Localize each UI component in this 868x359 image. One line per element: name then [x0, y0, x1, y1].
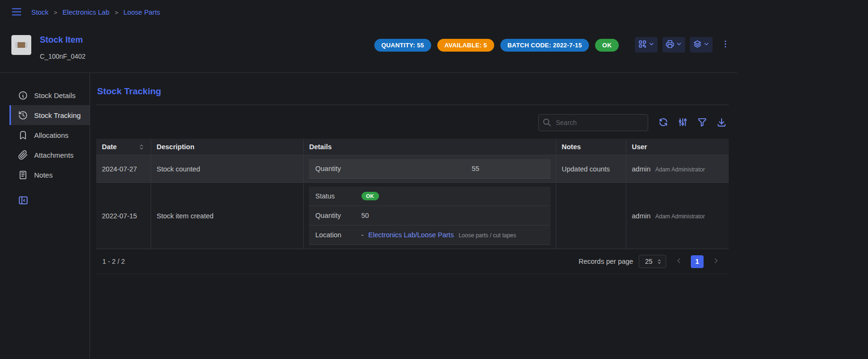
sidebar-item-stock-tracking[interactable]: Stock Tracking — [9, 105, 90, 125]
username: admin — [632, 165, 651, 173]
refresh-button[interactable] — [657, 116, 669, 130]
username: admin — [632, 212, 651, 220]
column-header-date[interactable]: Date — [96, 139, 151, 155]
page-title: Stock Item — [40, 35, 86, 45]
breadcrumb-link-stock[interactable]: Stock — [31, 9, 48, 16]
adjustments-icon — [678, 117, 688, 129]
breadcrumb: Stock > Electronics Lab > Loose Parts — [31, 9, 160, 16]
stock-tracking-table: Date Description Details Notes User — [96, 139, 729, 249]
chevron-down-icon — [703, 41, 710, 49]
chevron-down-icon — [648, 41, 655, 49]
header-actions — [635, 37, 732, 53]
date-cell: 2024-07-27 — [96, 155, 151, 183]
bookmark-icon — [18, 130, 28, 140]
records-per-page-select[interactable]: 25 — [639, 255, 666, 268]
breadcrumb-separator: > — [54, 9, 57, 16]
sidebar: Stock Details Stock Tracking Allocations… — [0, 73, 90, 359]
menu-button[interactable] — [9, 5, 24, 20]
status-ok-badge: OK — [595, 39, 619, 52]
print-actions-button[interactable] — [662, 37, 685, 53]
records-per-page-label: Records per page — [579, 258, 633, 265]
select-chevrons-icon — [656, 259, 662, 265]
detail-value: 55 — [472, 165, 544, 172]
section-heading: Stock Tracking — [97, 86, 729, 97]
description-cell: Stock counted — [151, 155, 303, 183]
page-1-button[interactable]: 1 — [691, 255, 704, 268]
detail-value: 50 — [362, 212, 544, 219]
menu-icon — [10, 6, 23, 19]
sort-icon — [138, 144, 145, 151]
location-prefix: - — [362, 231, 364, 239]
table-row: 2024-07-27 Stock counted Quantity 55 Upd… — [96, 155, 729, 183]
notes-cell: Updated counts — [556, 155, 626, 183]
main-panel: Stock Tracking — [90, 73, 737, 359]
sidebar-collapse-button[interactable] — [18, 195, 28, 207]
search-input[interactable] — [538, 114, 648, 131]
status-ok-badge: OK — [362, 192, 379, 200]
breadcrumb-link-electronics-lab[interactable]: Electronics Lab — [63, 9, 109, 16]
available-badge: AVAILABLE: 5 — [437, 39, 494, 52]
description-cell: Stock item created — [151, 183, 303, 249]
previous-page-button[interactable] — [672, 255, 685, 268]
column-header-notes: Notes — [556, 139, 626, 155]
table-toolbar — [96, 114, 728, 131]
detail-label: Status — [316, 192, 362, 200]
sidebar-item-label: Stock Tracking — [34, 111, 81, 119]
details-cell: Quantity 55 — [303, 155, 556, 183]
barcode-actions-button[interactable] — [635, 37, 658, 53]
more-options-button[interactable] — [719, 38, 732, 52]
sidebar-item-label: Allocations — [34, 131, 69, 139]
sidebar-item-label: Stock Details — [34, 91, 76, 99]
location-link[interactable]: Electronics Lab/Loose Parts — [368, 231, 454, 239]
detail-row-status: Status OK — [309, 187, 551, 206]
date-cell: 2022-07-15 — [96, 183, 151, 249]
notes-icon — [18, 170, 28, 180]
sidebar-item-notes[interactable]: Notes — [9, 165, 90, 185]
top-bar: Stock > Electronics Lab > Loose Parts — [0, 0, 737, 25]
sidebar-collapse-icon — [18, 195, 28, 207]
paperclip-icon — [18, 150, 28, 160]
column-label: Date — [102, 143, 117, 151]
app-container: Stock > Electronics Lab > Loose Parts St… — [0, 0, 737, 359]
chevron-left-icon — [675, 257, 683, 266]
column-header-user: User — [626, 139, 729, 155]
sidebar-item-label: Attachments — [34, 151, 73, 159]
download-icon — [716, 117, 727, 129]
history-icon — [18, 110, 28, 120]
batch-code-badge: BATCH CODE: 2022-7-15 — [500, 39, 589, 52]
filter-icon — [697, 117, 707, 129]
pagination-range: 1 - 2 / 2 — [102, 258, 125, 265]
printer-icon — [665, 39, 675, 50]
refresh-icon — [658, 117, 669, 129]
qrcode-icon — [638, 39, 647, 50]
filter-button[interactable] — [696, 116, 708, 130]
stock-actions-icon — [693, 39, 702, 50]
breadcrumb-link-loose-parts[interactable]: Loose Parts — [124, 9, 160, 16]
quantity-badge: QUANTITY: 55 — [374, 39, 431, 52]
download-button[interactable] — [715, 116, 728, 130]
table-header-row: Date Description Details Notes User — [96, 139, 729, 155]
sidebar-item-allocations[interactable]: Allocations — [9, 125, 90, 145]
breadcrumb-separator: > — [115, 9, 118, 16]
search-box — [538, 114, 648, 131]
heading-divider — [96, 105, 729, 105]
details-cell: Status OK Quantity 50 Location - — [303, 183, 556, 249]
sidebar-item-label: Notes — [34, 171, 53, 179]
detail-row-location: Location - Electronics Lab/Loose Parts L… — [309, 225, 551, 245]
detail-row-quantity: Quantity 55 — [309, 159, 551, 179]
dots-vertical-icon — [721, 39, 730, 50]
stock-item-thumbnail[interactable] — [11, 35, 31, 55]
table-row: 2022-07-15 Stock item created Status OK … — [96, 183, 729, 249]
location-description: Loose parts / cut tapes — [459, 232, 516, 239]
sidebar-item-attachments[interactable]: Attachments — [9, 145, 90, 165]
chevron-down-icon — [676, 41, 682, 49]
user-cell: adminAdam Administrator — [626, 183, 729, 249]
chevron-right-icon — [712, 257, 720, 266]
sidebar-item-stock-details[interactable]: Stock Details — [9, 85, 90, 105]
table-options-button[interactable] — [677, 116, 689, 130]
records-per-page-value: 25 — [645, 258, 652, 265]
stock-actions-button[interactable] — [690, 37, 713, 53]
table-footer: 1 - 2 / 2 Records per page 25 1 — [96, 249, 729, 274]
next-page-button[interactable] — [709, 255, 723, 268]
detail-label: Location — [316, 231, 362, 239]
